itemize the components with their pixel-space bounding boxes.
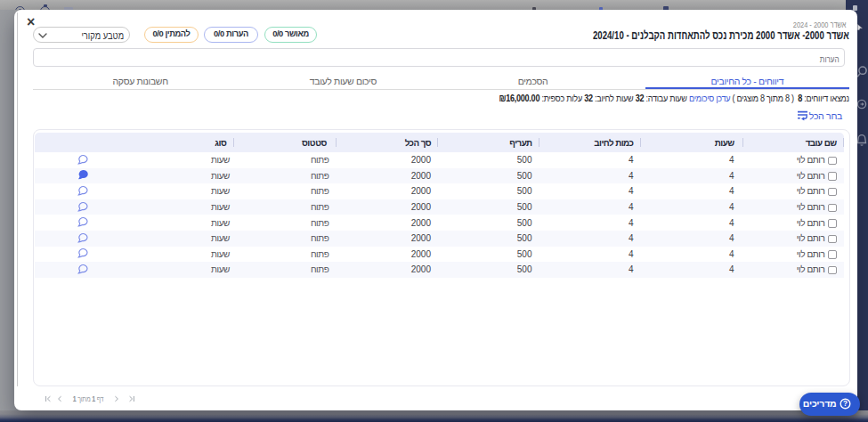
svg-text:?: ? [842,401,847,409]
